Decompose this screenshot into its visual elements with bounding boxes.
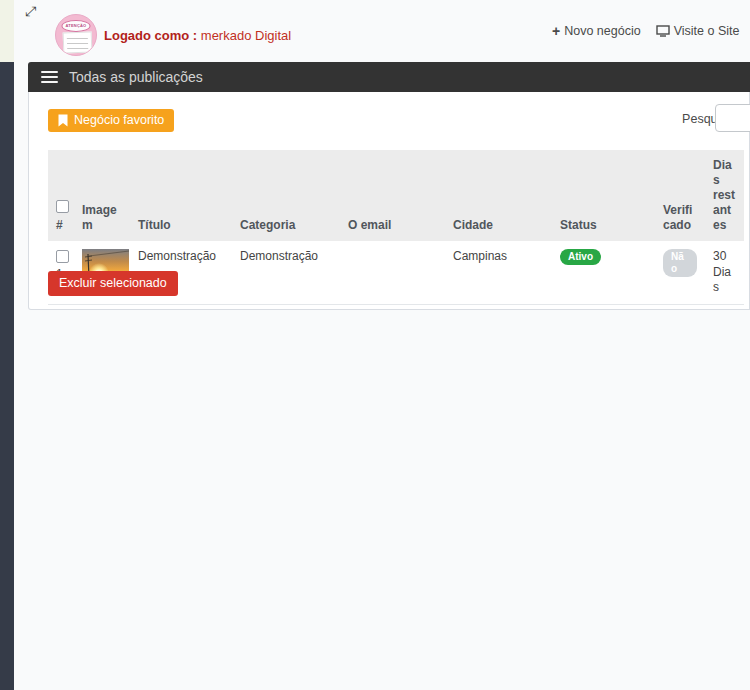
header-status: Status <box>552 150 655 241</box>
header-num: # <box>56 218 63 232</box>
favorite-business-label: Negócio favorito <box>74 113 164 128</box>
cell-city: Campinas <box>445 241 552 304</box>
table-header-row: # Imagem Título Categoria O email Cidade… <box>48 150 744 241</box>
header-days: Dias restantes <box>705 150 744 241</box>
cell-status: Ativo <box>552 241 655 304</box>
search-input[interactable] <box>715 104 750 132</box>
header-city: Cidade <box>445 150 552 241</box>
avatar-document-graphic <box>63 32 93 54</box>
new-business-link[interactable]: + Novo negócio <box>552 24 641 38</box>
logged-in-as: Logado como : merkado Digital <box>104 28 291 43</box>
row-checkbox[interactable] <box>56 250 69 263</box>
cell-verified: Não <box>655 241 705 304</box>
collapsed-sidebar <box>0 0 14 690</box>
header-title: Título <box>130 150 232 241</box>
cell-email <box>340 241 445 304</box>
visit-site-label: Visite o Site <box>674 24 740 38</box>
logged-in-user: merkado Digital <box>201 28 291 43</box>
select-all-checkbox[interactable] <box>56 200 69 213</box>
collapsed-sidebar-header <box>0 0 14 62</box>
plus-icon: + <box>552 24 560 38</box>
hamburger-menu-icon[interactable] <box>41 68 58 86</box>
bookmark-icon <box>58 114 68 127</box>
monitor-icon <box>656 25 670 37</box>
avatar[interactable]: ATENÇÃO <box>55 14 97 56</box>
delete-selected-button[interactable]: Excluir selecionado <box>48 271 178 296</box>
favorite-business-button[interactable]: Negócio favorito <box>48 109 174 132</box>
avatar-attention-label: ATENÇÃO <box>62 20 91 32</box>
verified-badge: Não <box>663 249 697 277</box>
header-category: Categoria <box>232 150 340 241</box>
panel-title-bar: Todas as publicações <box>28 62 750 92</box>
status-badge: Ativo <box>560 249 601 265</box>
panel-title: Todas as publicações <box>69 69 203 85</box>
top-nav: + Novo negócio Visite o Site merk <box>552 24 750 38</box>
header-select-all: # <box>48 150 74 241</box>
publications-card: Negócio favorito Pesquisa: # Imagem Títu… <box>28 92 750 310</box>
header-email: O email <box>340 150 445 241</box>
new-business-label: Novo negócio <box>564 24 640 38</box>
cell-days: 30 Dias <box>705 241 744 304</box>
header-verified: Verificado <box>655 150 705 241</box>
cell-category: Demonstração <box>232 241 340 304</box>
visit-site-link[interactable]: Visite o Site <box>656 24 740 38</box>
logged-in-label: Logado como : <box>104 28 197 43</box>
header-image: Imagem <box>74 150 130 241</box>
expand-arrows-icon[interactable]: ⤢ <box>25 4 36 18</box>
